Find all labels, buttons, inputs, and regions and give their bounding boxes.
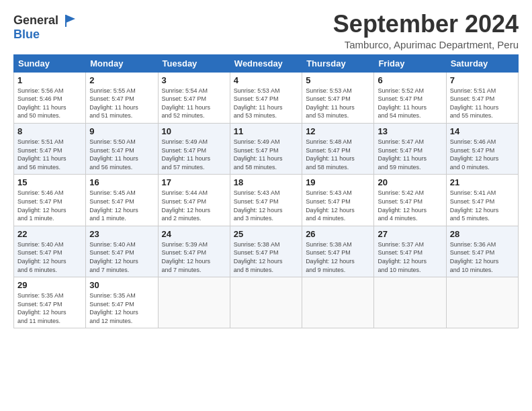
day-number: 23 [89, 229, 154, 239]
day-number: 10 [162, 126, 226, 136]
day-cell-14: 14Sunrise: 5:46 AM Sunset: 5:47 PM Dayli… [446, 123, 518, 174]
day-info: Sunrise: 5:51 AM Sunset: 5:47 PM Dayligh… [450, 87, 515, 120]
day-cell-19: 19Sunrise: 5:43 AM Sunset: 5:47 PM Dayli… [302, 175, 374, 226]
week-row-3: 15Sunrise: 5:46 AM Sunset: 5:47 PM Dayli… [14, 175, 519, 226]
weekday-header-tuesday: Tuesday [158, 54, 230, 72]
day-info: Sunrise: 5:44 AM Sunset: 5:47 PM Dayligh… [162, 189, 226, 222]
weekday-header-row: SundayMondayTuesdayWednesdayThursdayFrid… [14, 54, 519, 72]
day-number: 20 [378, 177, 442, 187]
day-info: Sunrise: 5:42 AM Sunset: 5:47 PM Dayligh… [378, 189, 442, 222]
day-number: 27 [378, 229, 442, 239]
day-number: 12 [306, 126, 370, 136]
calendar-title: September 2024 [333, 11, 519, 38]
day-info: Sunrise: 5:40 AM Sunset: 5:47 PM Dayligh… [89, 240, 154, 274]
day-cell-25: 25Sunrise: 5:38 AM Sunset: 5:47 PM Dayli… [230, 226, 302, 277]
day-number: 3 [162, 75, 226, 85]
day-number: 28 [450, 229, 515, 239]
logo: General Blue [13, 13, 78, 42]
day-number: 11 [234, 126, 298, 136]
day-info: Sunrise: 5:53 AM Sunset: 5:47 PM Dayligh… [234, 87, 298, 120]
header: General Blue September 2024 Tamburco, Ap… [13, 11, 519, 50]
empty-cell [158, 277, 230, 328]
day-info: Sunrise: 5:52 AM Sunset: 5:47 PM Dayligh… [378, 87, 442, 120]
day-info: Sunrise: 5:48 AM Sunset: 5:47 PM Dayligh… [306, 138, 370, 171]
calendar-subtitle: Tamburco, Apurimac Department, Peru [333, 39, 519, 50]
day-number: 25 [234, 229, 298, 239]
day-info: Sunrise: 5:37 AM Sunset: 5:47 PM Dayligh… [378, 240, 442, 274]
week-row-1: 1Sunrise: 5:56 AM Sunset: 5:46 PM Daylig… [14, 72, 519, 123]
day-info: Sunrise: 5:56 AM Sunset: 5:46 PM Dayligh… [17, 87, 82, 120]
logo-flag-icon [63, 13, 78, 28]
day-cell-21: 21Sunrise: 5:41 AM Sunset: 5:47 PM Dayli… [446, 175, 518, 226]
day-number: 15 [17, 177, 82, 187]
week-row-4: 22Sunrise: 5:40 AM Sunset: 5:47 PM Dayli… [14, 226, 519, 277]
svg-marker-0 [66, 15, 75, 23]
day-info: Sunrise: 5:43 AM Sunset: 5:47 PM Dayligh… [234, 189, 298, 222]
day-cell-8: 8Sunrise: 5:51 AM Sunset: 5:47 PM Daylig… [14, 123, 86, 174]
day-cell-23: 23Sunrise: 5:40 AM Sunset: 5:47 PM Dayli… [86, 226, 158, 277]
weekday-header-wednesday: Wednesday [230, 54, 302, 72]
logo-general-text: General [13, 13, 58, 27]
day-number: 26 [306, 229, 370, 239]
day-cell-1: 1Sunrise: 5:56 AM Sunset: 5:46 PM Daylig… [14, 72, 86, 123]
day-info: Sunrise: 5:49 AM Sunset: 5:47 PM Dayligh… [162, 138, 226, 171]
day-info: Sunrise: 5:35 AM Sunset: 5:47 PM Dayligh… [17, 291, 82, 325]
day-cell-18: 18Sunrise: 5:43 AM Sunset: 5:47 PM Dayli… [230, 175, 302, 226]
day-info: Sunrise: 5:55 AM Sunset: 5:47 PM Dayligh… [89, 87, 154, 120]
calendar-table: SundayMondayTuesdayWednesdayThursdayFrid… [13, 54, 519, 329]
weekday-header-thursday: Thursday [302, 54, 374, 72]
calendar-page: General Blue September 2024 Tamburco, Ap… [0, 0, 532, 411]
day-number: 17 [162, 177, 226, 187]
day-number: 1 [17, 75, 82, 85]
day-number: 18 [234, 177, 298, 187]
day-info: Sunrise: 5:45 AM Sunset: 5:47 PM Dayligh… [89, 189, 154, 222]
day-cell-7: 7Sunrise: 5:51 AM Sunset: 5:47 PM Daylig… [446, 72, 518, 123]
day-cell-6: 6Sunrise: 5:52 AM Sunset: 5:47 PM Daylig… [374, 72, 446, 123]
day-cell-30: 30Sunrise: 5:35 AM Sunset: 5:47 PM Dayli… [86, 277, 158, 328]
day-info: Sunrise: 5:47 AM Sunset: 5:47 PM Dayligh… [378, 138, 442, 171]
empty-cell [374, 277, 446, 328]
day-info: Sunrise: 5:40 AM Sunset: 5:47 PM Dayligh… [17, 240, 82, 274]
day-info: Sunrise: 5:50 AM Sunset: 5:47 PM Dayligh… [89, 138, 154, 171]
day-cell-29: 29Sunrise: 5:35 AM Sunset: 5:47 PM Dayli… [14, 277, 86, 328]
day-info: Sunrise: 5:36 AM Sunset: 5:47 PM Dayligh… [450, 240, 515, 274]
day-cell-5: 5Sunrise: 5:53 AM Sunset: 5:47 PM Daylig… [302, 72, 374, 123]
day-cell-4: 4Sunrise: 5:53 AM Sunset: 5:47 PM Daylig… [230, 72, 302, 123]
weekday-header-friday: Friday [374, 54, 446, 72]
empty-cell [302, 277, 374, 328]
day-number: 9 [89, 126, 154, 136]
day-number: 14 [450, 126, 515, 136]
day-cell-20: 20Sunrise: 5:42 AM Sunset: 5:47 PM Dayli… [374, 175, 446, 226]
day-number: 24 [162, 229, 226, 239]
day-cell-15: 15Sunrise: 5:46 AM Sunset: 5:47 PM Dayli… [14, 175, 86, 226]
day-cell-24: 24Sunrise: 5:39 AM Sunset: 5:47 PM Dayli… [158, 226, 230, 277]
day-info: Sunrise: 5:51 AM Sunset: 5:47 PM Dayligh… [17, 138, 82, 171]
day-cell-9: 9Sunrise: 5:50 AM Sunset: 5:47 PM Daylig… [86, 123, 158, 174]
empty-cell [446, 277, 518, 328]
day-info: Sunrise: 5:39 AM Sunset: 5:47 PM Dayligh… [162, 240, 226, 274]
day-number: 21 [450, 177, 515, 187]
day-info: Sunrise: 5:38 AM Sunset: 5:47 PM Dayligh… [306, 240, 370, 274]
day-number: 29 [17, 280, 82, 290]
day-number: 22 [17, 229, 82, 239]
day-info: Sunrise: 5:43 AM Sunset: 5:47 PM Dayligh… [306, 189, 370, 222]
logo-blue-text: Blue [13, 28, 40, 41]
day-info: Sunrise: 5:53 AM Sunset: 5:47 PM Dayligh… [306, 87, 370, 120]
day-number: 5 [306, 75, 370, 85]
day-number: 4 [234, 75, 298, 85]
day-cell-17: 17Sunrise: 5:44 AM Sunset: 5:47 PM Dayli… [158, 175, 230, 226]
week-row-2: 8Sunrise: 5:51 AM Sunset: 5:47 PM Daylig… [14, 123, 519, 174]
day-number: 13 [378, 126, 442, 136]
weekday-header-sunday: Sunday [14, 54, 86, 72]
day-cell-2: 2Sunrise: 5:55 AM Sunset: 5:47 PM Daylig… [86, 72, 158, 123]
day-info: Sunrise: 5:49 AM Sunset: 5:47 PM Dayligh… [234, 138, 298, 171]
day-info: Sunrise: 5:38 AM Sunset: 5:47 PM Dayligh… [234, 240, 298, 274]
week-row-5: 29Sunrise: 5:35 AM Sunset: 5:47 PM Dayli… [14, 277, 519, 328]
day-cell-16: 16Sunrise: 5:45 AM Sunset: 5:47 PM Dayli… [86, 175, 158, 226]
day-number: 19 [306, 177, 370, 187]
day-cell-28: 28Sunrise: 5:36 AM Sunset: 5:47 PM Dayli… [446, 226, 518, 277]
day-number: 8 [17, 126, 82, 136]
day-cell-3: 3Sunrise: 5:54 AM Sunset: 5:47 PM Daylig… [158, 72, 230, 123]
day-number: 30 [89, 280, 154, 290]
title-area: September 2024 Tamburco, Apurimac Depart… [333, 11, 519, 50]
